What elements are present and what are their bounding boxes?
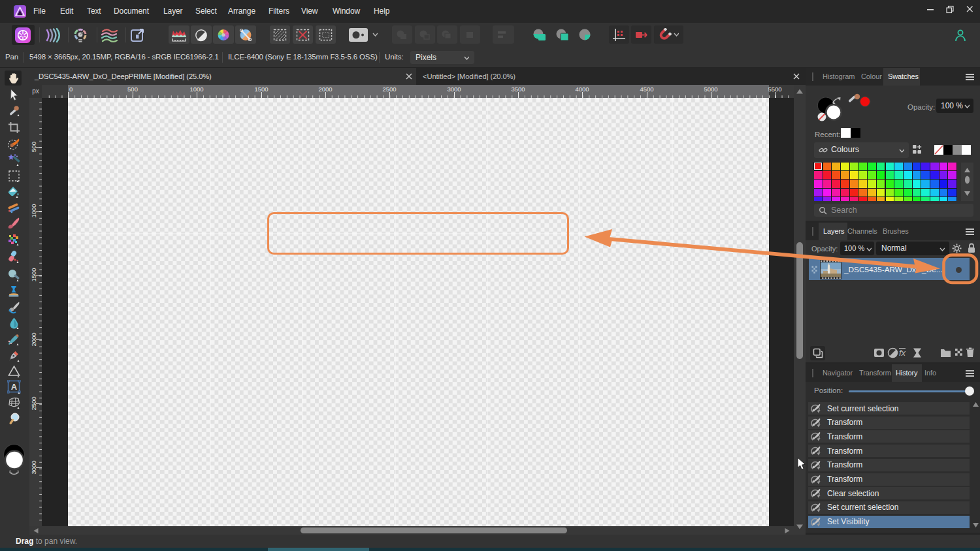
svg-text:A: A — [11, 382, 18, 392]
